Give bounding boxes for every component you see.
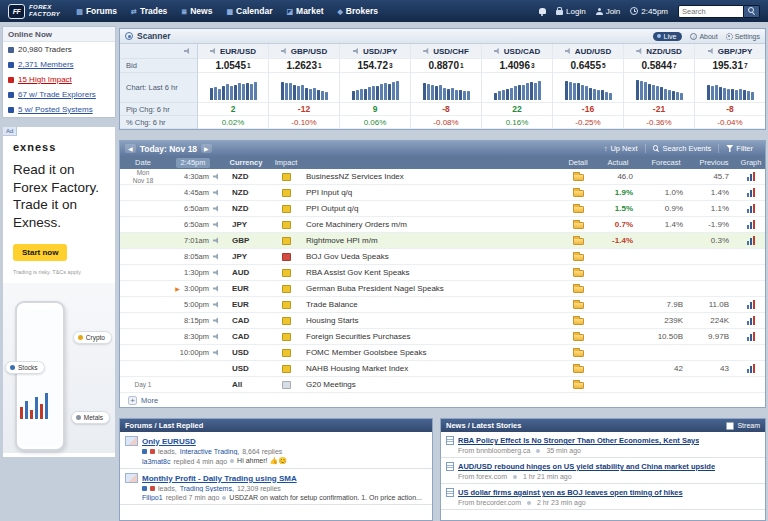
up-next-button[interactable]: ↑Up Next — [597, 144, 645, 153]
stream-toggle[interactable]: Stream — [726, 422, 760, 430]
speaker-icon[interactable] — [213, 333, 220, 340]
impact-red-icon[interactable] — [282, 253, 291, 261]
ad-pill-crypto[interactable]: Crypto — [73, 331, 112, 344]
calendar-event-row[interactable]: MonNov 184:30amNZDBusinessNZ Services In… — [120, 169, 765, 185]
pair-header[interactable]: USD/CAD — [482, 44, 552, 59]
column-header-impact[interactable]: Impact — [268, 158, 304, 167]
thread-category-link[interactable]: Trading Systems, — [180, 485, 234, 492]
news-story-title-link[interactable]: US dollar firms against yen as BOJ leave… — [458, 488, 683, 497]
about-button[interactable]: iAbout — [690, 33, 717, 40]
thread-title-link[interactable]: Monthly Profit - Daily Trading using SMA — [142, 474, 297, 483]
detail-folder-icon[interactable] — [573, 238, 584, 245]
notifications-bell-icon[interactable] — [539, 8, 546, 14]
pair-mini-chart[interactable] — [695, 73, 765, 103]
impact-gray-icon[interactable] — [282, 381, 291, 389]
pair-mini-chart[interactable] — [411, 73, 481, 103]
pair-header[interactable]: AUD/USD — [553, 44, 623, 59]
nav-item-forums[interactable]: ▤Forums — [76, 6, 117, 16]
column-header-actual[interactable]: Actual — [595, 158, 641, 167]
live-toggle-button[interactable]: Live — [653, 32, 683, 41]
column-header-date[interactable]: Date — [120, 158, 166, 167]
detail-folder-icon[interactable] — [573, 254, 584, 261]
column-header-detail[interactable]: Detail — [561, 158, 595, 167]
calendar-event-row[interactable]: 6:50amJPYCore Machinery Orders m/m0.7%1.… — [120, 217, 765, 233]
calendar-event-row[interactable]: 6:50amNZDPPI Output q/q1.5%0.9%1.1% — [120, 201, 765, 217]
join-link[interactable]: Join — [596, 7, 621, 16]
graph-icon[interactable] — [747, 332, 755, 341]
filter-button[interactable]: Filter — [718, 144, 760, 153]
last-replier-link[interactable]: la3mat8c — [142, 458, 170, 465]
ad-pill-metals[interactable]: Metals — [71, 411, 110, 424]
sidebar-ad[interactable]: Ad exness Read it on Forex Factory. Trad… — [2, 126, 116, 458]
online-now-item[interactable]: 15 High Impact — [3, 72, 115, 87]
detail-folder-icon[interactable] — [573, 174, 584, 181]
speaker-icon[interactable] — [213, 237, 220, 244]
search-button[interactable] — [744, 5, 760, 18]
speaker-icon[interactable] — [213, 269, 220, 276]
calendar-event-row[interactable]: 8:15pmCADHousing Starts239K224K — [120, 313, 765, 329]
pair-mini-chart[interactable] — [340, 73, 410, 103]
detail-folder-icon[interactable] — [573, 334, 584, 341]
thread-title-link[interactable]: Only EURUSD — [142, 437, 196, 446]
speaker-icon[interactable] — [213, 349, 220, 356]
pair-mini-chart[interactable] — [482, 73, 552, 103]
impact-yellow-icon[interactable] — [282, 301, 291, 309]
column-header-currency[interactable]: Currency — [224, 158, 268, 167]
speaker-icon[interactable] — [213, 253, 220, 260]
pair-mini-chart[interactable] — [624, 73, 694, 103]
speaker-icon[interactable] — [213, 301, 220, 308]
online-now-item[interactable]: 5 w/ Posted Systems — [3, 102, 115, 117]
prev-day-arrow[interactable]: ◀ — [125, 144, 136, 153]
pair-mini-chart[interactable] — [269, 73, 339, 103]
column-header-previous[interactable]: Previous — [691, 158, 737, 167]
graph-icon[interactable] — [747, 204, 755, 213]
speaker-icon[interactable] — [213, 173, 220, 180]
column-header-time[interactable]: 2:45pm — [176, 158, 209, 168]
column-header-graph[interactable]: Graph — [737, 158, 765, 167]
impact-yellow-icon[interactable] — [282, 333, 291, 341]
impact-yellow-icon[interactable] — [282, 205, 291, 213]
calendar-event-row[interactable]: ▶3:00pmEURGerman Buba President Nagel Sp… — [120, 281, 765, 297]
calendar-event-row[interactable]: USDNAHB Housing Market Index4243 — [120, 361, 765, 377]
news-story-title-link[interactable]: AUD/USD rebound hinges on US yield stabi… — [458, 462, 715, 471]
impact-yellow-icon[interactable] — [282, 317, 291, 325]
speaker-icon[interactable] — [213, 317, 220, 324]
speaker-icon[interactable] — [213, 285, 220, 292]
impact-yellow-icon[interactable] — [282, 349, 291, 357]
pair-header[interactable]: NZD/USD — [624, 44, 694, 59]
calendar-more-expander[interactable]: + More — [120, 393, 765, 407]
online-now-item[interactable]: 2,371 Members — [3, 57, 115, 72]
forex-factory-logo[interactable]: FF — [8, 4, 25, 19]
column-header-forecast[interactable]: Forecast — [641, 158, 691, 167]
settings-button[interactable]: Settings — [726, 33, 760, 40]
stream-checkbox[interactable] — [726, 422, 734, 430]
news-story-title-link[interactable]: RBA Policy Effect Is No Stronger Than Ot… — [458, 436, 699, 445]
speaker-icon[interactable] — [213, 221, 220, 228]
impact-yellow-icon[interactable] — [282, 237, 291, 245]
detail-folder-icon[interactable] — [573, 366, 584, 373]
calendar-event-row[interactable]: Day 1AllG20 Meetings — [120, 377, 765, 393]
search-events-button[interactable]: Search Events — [645, 144, 719, 153]
nav-item-trades[interactable]: ⇄Trades — [131, 6, 167, 16]
pair-mini-chart[interactable] — [198, 73, 268, 103]
calendar-event-row[interactable]: 1:30pmAUDRBA Assist Gov Kent Speaks — [120, 265, 765, 281]
online-now-item[interactable]: 67 w/ Trade Explorers — [3, 87, 115, 102]
impact-yellow-icon[interactable] — [282, 173, 291, 181]
graph-icon[interactable] — [747, 364, 755, 373]
pair-header[interactable]: USD/JPY — [340, 44, 410, 59]
ad-pill-stocks[interactable]: Stocks — [5, 361, 45, 374]
detail-folder-icon[interactable] — [573, 382, 584, 389]
search-input[interactable] — [678, 5, 744, 18]
detail-folder-icon[interactable] — [573, 302, 584, 309]
nav-item-news[interactable]: ≣News — [181, 6, 212, 16]
pair-header[interactable]: GBP/JPY — [695, 44, 765, 59]
nav-item-calendar[interactable]: ▦Calendar — [226, 6, 272, 16]
impact-yellow-icon[interactable] — [282, 221, 291, 229]
graph-icon[interactable] — [747, 220, 755, 229]
thread-category-link[interactable]: Interactive Trading, — [180, 448, 240, 455]
login-link[interactable]: Login — [556, 7, 586, 16]
nav-item-market[interactable]: ◪Market — [286, 6, 323, 16]
detail-folder-icon[interactable] — [573, 318, 584, 325]
speaker-icon[interactable] — [213, 205, 220, 212]
online-now-item[interactable]: 20,980 Traders — [3, 42, 115, 57]
